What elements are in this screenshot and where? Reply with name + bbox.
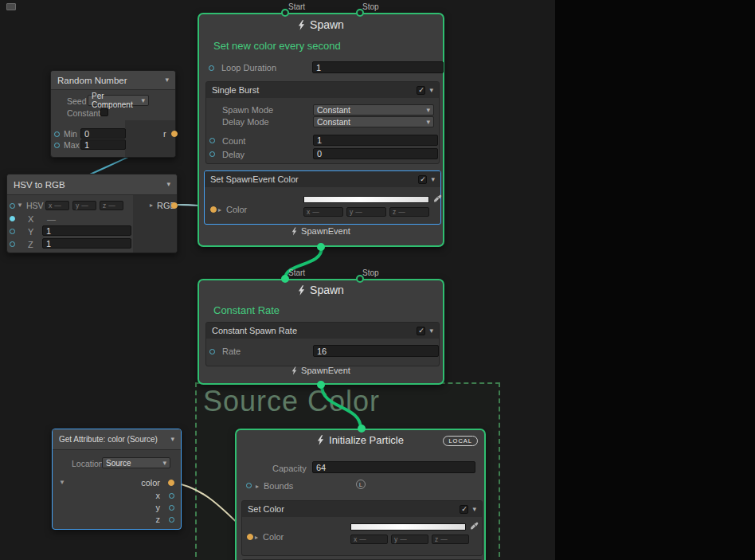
collapse-chevron-icon[interactable]: ▾ [429, 327, 433, 335]
expand-right-icon[interactable]: ▸ [255, 534, 258, 542]
block-single-burst[interactable]: Single Burst ✓ ▾ Spawn Mode Constant ▾ D… [205, 81, 440, 164]
hsv-input-port[interactable] [10, 203, 15, 209]
min-port[interactable] [54, 131, 60, 137]
seed-dropdown[interactable]: Per Component ▾ [88, 95, 149, 106]
capacity-input[interactable]: 64 [312, 461, 475, 473]
group-title[interactable]: Source Color [203, 386, 380, 417]
delay-input[interactable]: 0 [313, 148, 438, 159]
lightning-icon [291, 227, 297, 236]
spawn-context-set-color[interactable]: Start Stop Spawn Set new color every sec… [198, 13, 444, 247]
bounds-port[interactable] [246, 483, 252, 488]
spawnevent-output-port[interactable] [317, 243, 325, 251]
settings-chevron-icon[interactable]: ▾ [166, 181, 170, 188]
r-output-port[interactable] [171, 131, 178, 137]
constant-checkbox[interactable] [100, 108, 108, 116]
hsv-to-rgb-node[interactable]: HSV to RGB ▾ ▼ HSV x— y— z— X — Y 1 Z 1 … [6, 174, 178, 253]
color-z-field[interactable]: z— [389, 207, 429, 217]
block-set-color[interactable]: Set Color ✓ ▾ ▸ Color x— y— z— [241, 500, 483, 556]
eyedropper-icon[interactable] [470, 522, 479, 532]
context-label[interactable]: Set new color every second [213, 40, 341, 52]
collapse-chevron-icon[interactable]: ▾ [429, 87, 433, 94]
color-input-port[interactable] [247, 534, 253, 540]
color-y-field[interactable]: y— [346, 207, 386, 217]
color-input-port[interactable] [210, 206, 217, 213]
min-input[interactable]: 0 [80, 128, 126, 139]
enabled-checkbox[interactable]: ✓ [417, 86, 425, 95]
delay-mode-label: Delay Mode [222, 116, 269, 127]
collapse-chevron-icon[interactable]: ▾ [472, 506, 476, 513]
z-input-port[interactable] [10, 241, 15, 247]
hsv-x-field[interactable]: x— [45, 201, 69, 210]
delay-port[interactable] [209, 151, 215, 157]
rate-port[interactable] [209, 349, 215, 354]
collapse-chevron-icon[interactable]: ▾ [431, 176, 435, 183]
initialize-particle-context[interactable]: Initialize Particle LOCAL Capacity 64 ▸ … [235, 429, 486, 560]
y-input[interactable]: 1 [42, 225, 131, 236]
max-input[interactable]: 1 [80, 139, 126, 150]
expand-right-icon[interactable]: ▸ [150, 202, 153, 210]
enabled-checkbox[interactable]: ✓ [460, 505, 468, 514]
block-header[interactable]: Single Burst ✓ ▾ [206, 82, 439, 98]
x-input-port[interactable] [10, 216, 15, 221]
expand-down-icon[interactable]: ▼ [59, 479, 65, 487]
loop-duration-port[interactable] [209, 65, 214, 71]
color-x-field[interactable]: x— [303, 207, 343, 217]
dropdown-arrow-icon: ▾ [162, 460, 166, 467]
color-output-port[interactable] [168, 480, 174, 486]
block-header[interactable]: Constant Spawn Rate ✓ ▾ [206, 323, 439, 339]
node-title-text: HSV to RGB [14, 180, 65, 190]
node-titlebar[interactable]: Get Attribute: color (Source) ▾ [53, 429, 181, 450]
flow-port-stop[interactable] [356, 275, 364, 283]
node-titlebar[interactable]: HSV to RGB ▾ [7, 174, 177, 195]
y-output-port[interactable] [169, 505, 174, 511]
max-port[interactable] [54, 143, 60, 148]
settings-chevron-icon[interactable]: ▾ [165, 76, 169, 84]
count-port[interactable] [209, 138, 215, 143]
block-constant-spawn-rate[interactable]: Constant Spawn Rate ✓ ▾ Rate 16 [205, 322, 440, 366]
block-header[interactable]: Set Color ✓ ▾ [242, 501, 482, 517]
hsv-y-field[interactable]: y— [72, 201, 96, 210]
count-input[interactable]: 1 [313, 135, 438, 146]
loop-duration-input[interactable]: 1 [312, 61, 444, 73]
local-space-badge[interactable]: LOCAL [443, 436, 478, 446]
x-output-port[interactable] [169, 493, 174, 499]
delay-mode-dropdown[interactable]: Constant ▾ [313, 116, 434, 127]
y-input-port[interactable] [10, 229, 15, 234]
z-input[interactable]: 1 [42, 238, 131, 249]
enabled-checkbox[interactable]: ✓ [417, 327, 425, 335]
block-header[interactable]: Set SpawnEvent Color ✓ ▾ [205, 171, 440, 187]
spawn-mode-dropdown[interactable]: Constant ▾ [313, 104, 434, 116]
rgb-output-port[interactable] [171, 202, 178, 209]
color-label: Color [263, 531, 284, 542]
color-y-field[interactable]: y— [391, 535, 428, 544]
block-title: Set SpawnEvent Color [210, 174, 299, 184]
flow-port-start[interactable] [281, 275, 289, 283]
context-label[interactable]: Constant Rate [213, 304, 280, 316]
flow-port-stop[interactable] [356, 9, 364, 17]
get-attribute-color-node[interactable]: Get Attribute: color (Source) ▾ Location… [52, 429, 182, 530]
color-z-field[interactable]: z— [432, 535, 469, 544]
color-x-field[interactable]: x— [350, 535, 388, 544]
lightning-icon [298, 285, 305, 296]
expand-down-icon[interactable]: ▼ [17, 202, 23, 210]
random-number-node[interactable]: Random Number ▾ Seed Per Component ▾ Con… [50, 70, 176, 158]
color-gradient-field[interactable] [303, 196, 429, 203]
eyedropper-icon[interactable] [433, 194, 442, 205]
enabled-checkbox[interactable]: ✓ [418, 175, 427, 184]
location-dropdown[interactable]: Source ▾ [102, 457, 170, 468]
flow-port-start[interactable] [281, 9, 289, 17]
expand-right-icon[interactable]: ▸ [256, 483, 259, 491]
bounds-local-icon[interactable]: L [356, 480, 366, 489]
rate-input[interactable]: 16 [313, 345, 439, 357]
hsv-z-field[interactable]: z— [100, 201, 123, 210]
spawn-context-constant-rate[interactable]: Start Stop Spawn Constant Rate Constant … [198, 279, 444, 385]
graph-canvas[interactable]: Source Color Start Stop Spawn Set new co… [0, 0, 555, 560]
node-titlebar[interactable]: Random Number ▾ [51, 71, 175, 90]
expand-right-icon[interactable]: ▸ [218, 206, 221, 214]
flow-input-port[interactable] [358, 425, 366, 433]
block-set-spawnevent-color[interactable]: Set SpawnEvent Color ✓ ▾ ▸ Color x— y— z… [204, 170, 441, 225]
settings-chevron-icon[interactable]: ▾ [170, 436, 174, 443]
spawnevent-output-port[interactable] [317, 381, 325, 389]
color-gradient-field[interactable] [350, 523, 466, 531]
z-output-port[interactable] [169, 517, 174, 523]
